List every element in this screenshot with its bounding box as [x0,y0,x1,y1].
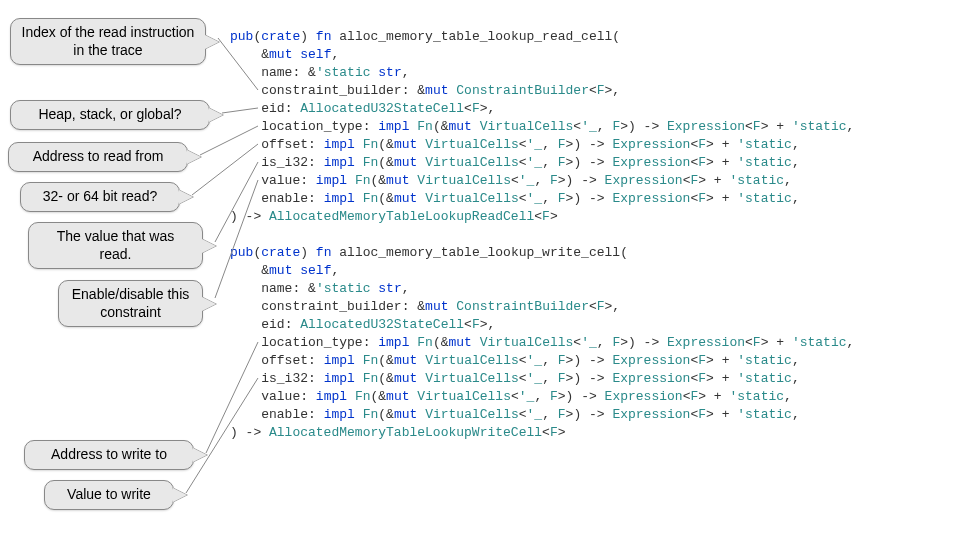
callout-offset-read: Address to read from [8,142,188,172]
kw-crate: crate [261,29,300,44]
code-block: pub(crate) fn alloc_memory_table_lookup_… [230,10,949,442]
callout-value-read: The value that was read. [28,222,203,269]
param-eid: eid [261,101,284,116]
param-enable: enable [261,191,308,206]
callout-is-i32: 32- or 64 bit read? [20,182,180,212]
ret2: AllocatedMemoryTableLookupWriteCell [269,425,542,440]
param-is-i32: is_i32 [261,155,308,170]
fn2-name: alloc_memory_table_lookup_write_cell [339,245,620,260]
param-value-2: value [261,389,300,404]
callout-offset-write: Address to write to [24,440,194,470]
callout-eid: Index of the read instruction in the tra… [10,18,206,65]
kw-mut: mut [269,47,292,62]
ret1: AllocatedMemoryTableLookupReadCell [269,209,534,224]
callout-location-type: Heap, stack, or global? [10,100,210,130]
param-value: value [261,173,300,188]
kw-fn: fn [316,29,332,44]
callout-value-write: Value to write [44,480,174,510]
param-cb: constraint_builder [261,83,401,98]
param-offset: offset [261,137,308,152]
param-name: name [261,65,292,80]
kw-pub: pub [230,29,253,44]
param-offset-2: offset [261,353,308,368]
param-loc: location_type [261,119,362,134]
callout-enable: Enable/disable this constraint [58,280,203,327]
fn1-name: alloc_memory_table_lookup_read_cell [339,29,612,44]
